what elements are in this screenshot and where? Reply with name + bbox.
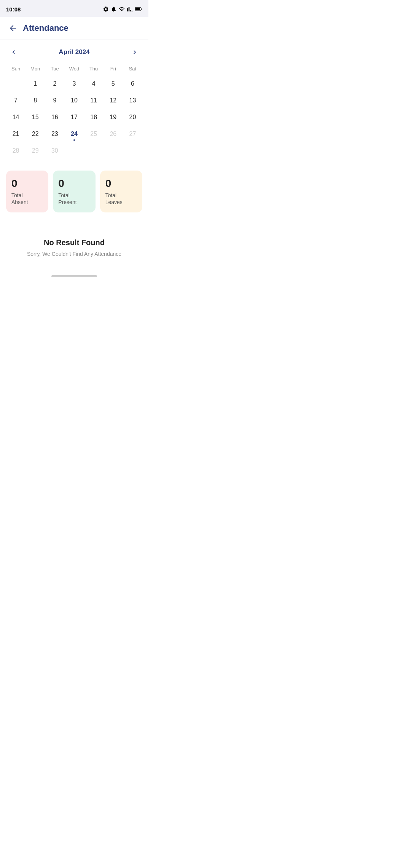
calendar-cell[interactable]: 19 — [104, 110, 123, 125]
absent-label: Total Absent — [11, 192, 43, 206]
calendar-cell: 25 — [84, 126, 104, 142]
status-bar: 10:08 — [0, 0, 148, 17]
calendar-cell[interactable]: 17 — [64, 110, 84, 125]
calendar-cell[interactable]: 11 — [84, 93, 104, 108]
present-label: Total Present — [58, 192, 90, 206]
calendar-cell[interactable]: 10 — [64, 93, 84, 108]
no-result-section: No Result Found Sorry, We Couldn't Find … — [0, 215, 148, 272]
absent-value: 0 — [11, 177, 43, 190]
calendar-cell: 27 — [123, 126, 142, 142]
leaves-label: Total Leaves — [105, 192, 137, 206]
wifi-icon — [119, 6, 125, 12]
signal-icon — [127, 6, 133, 12]
stats-row: 0 Total Absent 0 Total Present 0 Total L… — [0, 164, 148, 215]
calendar-cell[interactable]: 20 — [123, 110, 142, 125]
calendar-cell[interactable]: 14 — [6, 110, 25, 125]
status-icons — [103, 6, 142, 12]
calendar-cell: 26 — [104, 126, 123, 142]
calendar-cell[interactable]: 21 — [6, 126, 25, 142]
day-header-mon: Mon — [25, 64, 45, 73]
page-title: Attendance — [23, 23, 68, 33]
no-result-subtitle: Sorry, We Couldn't Find Any Attendance — [27, 251, 121, 257]
back-button[interactable] — [6, 21, 20, 35]
calendar-cell[interactable]: 16 — [45, 110, 64, 125]
calendar-container: April 2024 Sun Mon Tue Wed Thu Fri Sat 1… — [0, 40, 148, 164]
status-time: 10:08 — [6, 6, 21, 13]
calendar-cell[interactable]: 23 — [45, 126, 64, 142]
calendar-cell[interactable]: 4 — [84, 76, 104, 91]
bottom-bar — [0, 272, 148, 282]
calendar-cell: 29 — [25, 143, 45, 158]
calendar-cell[interactable]: 7 — [6, 93, 25, 108]
present-value: 0 — [58, 177, 90, 190]
calendar-cell — [123, 143, 142, 158]
calendar-cell[interactable]: 15 — [25, 110, 45, 125]
no-result-title: No Result Found — [44, 238, 105, 247]
calendar-cell[interactable]: 1 — [25, 76, 45, 91]
svg-rect-1 — [141, 8, 142, 10]
calendar-cell[interactable]: 18 — [84, 110, 104, 125]
calendar-cell[interactable]: 22 — [25, 126, 45, 142]
day-header-wed: Wed — [64, 64, 84, 73]
calendar-cell: 30 — [45, 143, 64, 158]
notification-icon — [111, 6, 117, 12]
day-header-tue: Tue — [45, 64, 64, 73]
calendar-cell: 28 — [6, 143, 25, 158]
calendar-grid: 1 2 3 4 5 6 7 8 9 10 11 12 13 14 15 16 1… — [6, 76, 142, 158]
calendar-cell[interactable]: 8 — [25, 93, 45, 108]
app-header: Attendance — [0, 17, 148, 40]
day-header-sat: Sat — [123, 64, 142, 73]
calendar-cell[interactable]: 13 — [123, 93, 142, 108]
day-header-sun: Sun — [6, 64, 25, 73]
calendar-cell[interactable]: 5 — [104, 76, 123, 91]
calendar-cell-today[interactable]: 24 — [64, 126, 84, 142]
calendar-cell[interactable]: 12 — [104, 93, 123, 108]
day-header-fri: Fri — [104, 64, 123, 73]
next-month-button[interactable] — [129, 46, 141, 58]
calendar-cell[interactable]: 2 — [45, 76, 64, 91]
calendar-cell[interactable]: 9 — [45, 93, 64, 108]
calendar-cell — [6, 76, 25, 91]
battery-icon — [135, 7, 142, 11]
month-label: April 2024 — [59, 48, 89, 56]
calendar-cell[interactable]: 6 — [123, 76, 142, 91]
stat-card-absent: 0 Total Absent — [6, 171, 48, 212]
day-header-thu: Thu — [84, 64, 104, 73]
calendar-cell[interactable]: 3 — [64, 76, 84, 91]
leaves-value: 0 — [105, 177, 137, 190]
svg-rect-2 — [135, 8, 140, 10]
stat-card-present: 0 Total Present — [53, 171, 95, 212]
day-headers: Sun Mon Tue Wed Thu Fri Sat — [6, 64, 142, 73]
calendar-cell — [64, 143, 84, 158]
month-nav: April 2024 — [6, 46, 142, 58]
home-indicator — [51, 275, 97, 277]
prev-month-button[interactable] — [8, 46, 20, 58]
calendar-cell — [104, 143, 123, 158]
calendar-cell — [84, 143, 104, 158]
stat-card-leaves: 0 Total Leaves — [100, 171, 142, 212]
settings-icon — [103, 6, 109, 12]
